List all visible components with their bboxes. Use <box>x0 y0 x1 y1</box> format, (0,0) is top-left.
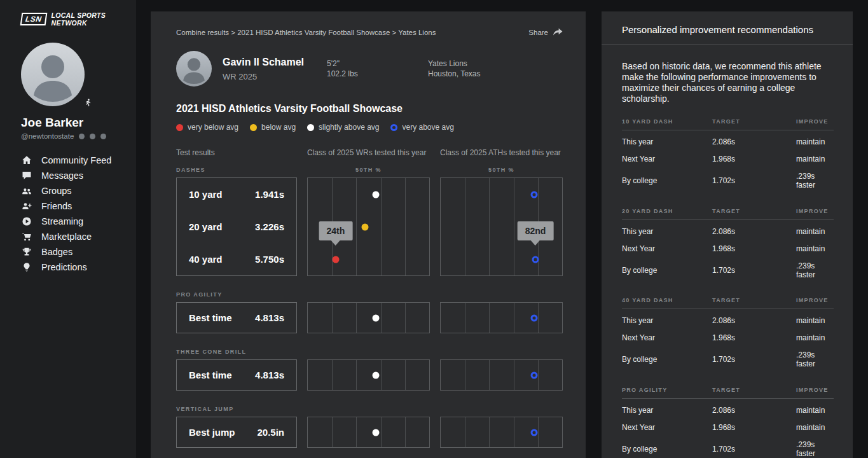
legend-item-yellow: below avg <box>250 123 296 132</box>
sidebar-item-groups[interactable]: Groups <box>21 183 136 198</box>
improve-column-header: IMPROVE <box>796 297 834 303</box>
athlete-summary: Gavin II Schamel WR 2025 5'2" 102.2 lbs … <box>176 51 563 87</box>
gridline <box>514 178 514 275</box>
legend-label: very below avg <box>188 123 238 132</box>
user-avatar[interactable] <box>21 43 85 106</box>
rec-improve: .239s faster <box>796 350 834 368</box>
gridline <box>514 360 514 390</box>
ath-percentile-panel <box>440 417 563 448</box>
blue-dot <box>531 191 538 198</box>
test-result-row: Best time4.813s <box>189 370 284 380</box>
recommendation-row: Next Year1.968smaintain <box>622 240 834 257</box>
sidebar-item-label: Predictions <box>41 262 87 272</box>
test-result-row: 40 yard5.750s <box>189 254 284 265</box>
rec-improve: maintain <box>796 137 834 146</box>
percentile-badge: 24th <box>319 221 353 240</box>
legend-item-red: very below avg <box>176 123 238 132</box>
sidebar-item-label: Marketplace <box>41 232 92 242</box>
breadcrumb[interactable]: Combine results > 2021 HISD Athletics Va… <box>176 29 436 36</box>
percentile-header: 50TH % <box>307 167 430 173</box>
social-dot-3[interactable] <box>100 134 106 139</box>
blue-dot <box>531 429 538 436</box>
gridline <box>381 303 382 333</box>
athlete-avatar <box>176 51 212 87</box>
legend: very below avgbelow avgslightly above av… <box>176 123 563 132</box>
legend-item-white: slightly above avg <box>307 123 379 132</box>
sidebar-item-label: Badges <box>41 247 72 257</box>
section-label: VERTICAL JUMP <box>176 406 297 412</box>
sidebar-item-messages[interactable]: Messages <box>21 168 136 183</box>
sidebar-item-streaming[interactable]: Streaming <box>21 214 136 229</box>
gridline <box>489 178 490 275</box>
social-dot-2[interactable] <box>90 134 95 139</box>
recommendation-row: Next Year1.968smaintain <box>622 151 834 168</box>
recommendation-row: By college1.702s.239s faster <box>622 257 834 283</box>
rec-period: By college <box>622 355 712 364</box>
section-label: THREE CONE DRILL <box>176 349 297 355</box>
share-label: Share <box>528 29 548 36</box>
red-dot <box>176 124 183 131</box>
recommendation-row: This year2.086smaintain <box>622 309 834 330</box>
column-header-ath: Class of 2025 ATHs tested this year <box>440 148 563 157</box>
rec-improve: maintain <box>796 155 834 163</box>
test-value: 1.941s <box>255 189 284 200</box>
rec-improve: maintain <box>796 406 834 415</box>
user-name: Joe Barker <box>21 116 136 130</box>
recommendation-group-label: 20 YARD DASH <box>622 208 712 214</box>
rec-target: 1.968s <box>712 244 796 253</box>
white-dot <box>372 314 379 321</box>
test-result-row: 10 yard1.941s <box>189 189 284 200</box>
recommendations-intro: Based on historic data, we recommend thi… <box>622 61 834 104</box>
section-row: 10 yard1.941s20 yard3.226s40 yard5.750s2… <box>176 177 563 276</box>
lsn-logo: LSN LOCAL SPORTS NETWORK <box>21 11 136 27</box>
sidebar-item-predictions[interactable]: Predictions <box>21 260 136 275</box>
gridline <box>465 303 465 333</box>
athlete-name: Gavin II Schamel <box>223 57 327 68</box>
sidebar-item-badges[interactable]: Badges <box>21 244 136 260</box>
rec-target: 2.086s <box>712 316 796 325</box>
gridline <box>381 178 382 275</box>
red-dot <box>332 256 339 263</box>
test-name: 10 yard <box>189 189 223 200</box>
gridline <box>381 417 382 447</box>
sidebar-item-friends[interactable]: Friends <box>21 198 136 214</box>
sidebar-item-community-feed[interactable]: Community Feed <box>21 153 136 168</box>
test-name: 40 yard <box>189 254 223 265</box>
recommendation-row: By college1.702s.239s faster <box>622 347 834 373</box>
sidebar-item-marketplace[interactable]: Marketplace <box>21 229 136 244</box>
rec-target: 2.086s <box>712 406 796 415</box>
section-row: Best jump20.5in <box>176 417 563 448</box>
target-column-header: TARGET <box>712 118 796 125</box>
gridline <box>405 178 406 275</box>
test-name: 20 yard <box>189 221 223 232</box>
recommendation-row: This year2.086smaintain <box>622 399 834 419</box>
rec-target: 2.086s <box>712 137 796 146</box>
social-dot-1[interactable] <box>79 134 85 139</box>
recommendation-group-header: PRO AGILITYTARGETIMPROVE <box>622 387 834 399</box>
sidebar-item-label: Community Feed <box>41 155 111 165</box>
percentile-header <box>307 406 430 412</box>
gridline <box>538 417 539 447</box>
gridline <box>381 360 382 390</box>
groups-icon <box>21 186 32 197</box>
rec-improve: maintain <box>796 333 834 342</box>
test-results-box: Best time4.813s <box>176 359 297 391</box>
gridline <box>489 360 490 390</box>
section-label: PRO AGILITY <box>176 291 297 298</box>
gridline <box>356 360 357 390</box>
target-column-header: TARGET <box>712 387 796 393</box>
recommendation-group: 10 YARD DASHTARGETIMPROVEThis year2.086s… <box>622 118 834 194</box>
rec-improve: .239s faster <box>796 261 834 279</box>
gridline <box>356 417 357 447</box>
rec-target: 2.086s <box>712 227 796 236</box>
ath-percentile-panel <box>440 359 563 391</box>
recommendation-group: 40 YARD DASHTARGETIMPROVEThis year2.086s… <box>622 297 834 373</box>
section-label-row: THREE CONE DRILL <box>176 349 563 355</box>
target-column-header: TARGET <box>712 297 796 303</box>
sidebar-item-label: Groups <box>41 186 72 196</box>
share-button[interactable]: Share <box>528 28 563 37</box>
share-arrow-icon <box>553 28 563 37</box>
wr-percentile-panel <box>307 417 430 448</box>
recommendation-group-header: 20 YARD DASHTARGETIMPROVE <box>622 208 834 220</box>
test-value: 20.5in <box>257 427 284 438</box>
